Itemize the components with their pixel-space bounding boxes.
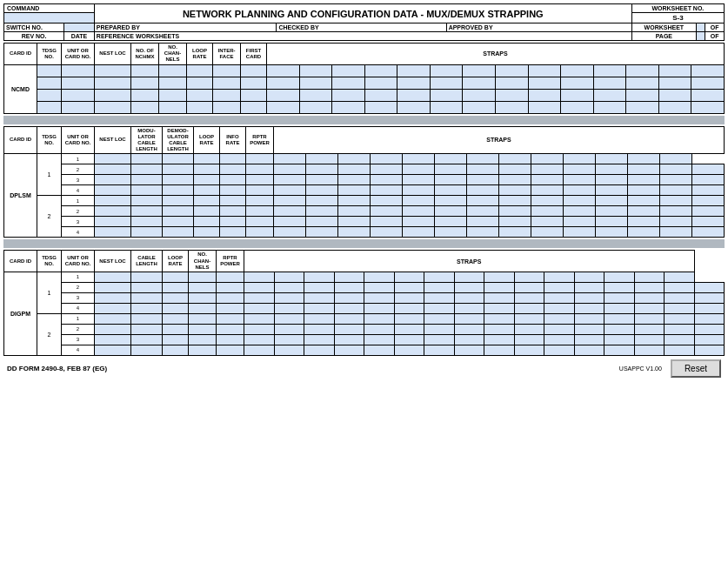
switch-no-value[interactable]	[64, 23, 95, 32]
digpm-col-channels: NO. CHAN-NELS	[189, 251, 217, 272]
dplsm-g2-r1-num: 1	[62, 196, 95, 206]
ncmd-strap-cell[interactable]	[397, 64, 431, 77]
digpm-table: CARD ID TDSG NO. UNIT OR CARD NO. NEST L…	[3, 250, 725, 356]
digpm-g2-r4: 4	[4, 345, 725, 355]
dplsm-header-row: CARD ID TDSG NO. UNIT OR CARD NO. NEST L…	[4, 126, 725, 154]
page-label: PAGE	[631, 32, 696, 41]
dplsm-label: DPLSM	[4, 154, 37, 238]
dplsm-g2-r2-num: 2	[62, 206, 95, 217]
main-table: COMMAND NETWORK PLANNING AND CONFIGURATI…	[3, 3, 725, 41]
dplsm-col-tdsg: TDSG NO.	[37, 126, 62, 154]
page: COMMAND NETWORK PLANNING AND CONFIGURATI…	[0, 0, 728, 570]
dplsm-col-loop: LOOP RATE	[194, 126, 220, 154]
dplsm-g1-r2: 2	[4, 164, 725, 175]
of-label-2: OF	[705, 32, 725, 41]
dplsm-g2-num: 2	[37, 196, 62, 238]
ncmd-row-2	[4, 77, 725, 89]
ncmd-strap-cell[interactable]	[528, 64, 561, 77]
worksheet-no-label: WORKSHEET NO.	[631, 4, 724, 13]
ncmd-data-cell[interactable]	[241, 64, 267, 77]
dplsm-g2-r1: 2 1	[4, 196, 725, 206]
digpm-col-straps: STRAPS	[244, 251, 695, 272]
worksheet-label: WORKSHEET	[631, 23, 696, 32]
ncmd-data-cell[interactable]	[95, 64, 131, 77]
ncmd-strap-cell[interactable]	[658, 64, 691, 77]
digpm-g1-r4: 4	[4, 303, 725, 313]
ncmd-col-nchmx: NO. OF NCHMX	[131, 44, 159, 65]
ncmd-strap-cell[interactable]	[430, 64, 463, 77]
dplsm-col-demod: DEMOD-ULATOR CABLE LENGTH	[163, 126, 194, 154]
ncmd-row-3	[4, 89, 725, 101]
main-title: NETWORK PLANNING AND CONFIGURATION DATA …	[94, 4, 631, 23]
switch-no-label: SWITCH NO.	[4, 23, 64, 32]
dplsm-g1-r1-num: 1	[62, 154, 95, 164]
dplsm-g2-r3: 3	[4, 217, 725, 227]
ncmd-col-loop: LOOP RATE	[187, 44, 213, 65]
ncmd-strap-cell[interactable]	[332, 64, 365, 77]
dplsm-g2-r4-num: 4	[62, 227, 95, 238]
dplsm-g1-num: 1	[37, 154, 62, 196]
ncmd-row-label: NCMD	[4, 64, 37, 113]
ncmd-table: CARD ID TDSG NO. UNIT OR CARD NO. NEST L…	[3, 43, 725, 114]
dplsm-col-info: INFO RATE	[220, 126, 246, 154]
version-label: USAPPC V1.00	[619, 365, 662, 372]
reset-button[interactable]: Reset	[671, 359, 721, 378]
dplsm-g1-r3: 3	[4, 175, 725, 185]
ncmd-col-channels: NO. CHAN-NELS	[159, 44, 187, 65]
command-value[interactable]	[4, 13, 95, 23]
ncmd-strap-cell[interactable]	[364, 64, 397, 77]
digpm-g2-r4-num: 4	[62, 345, 95, 355]
checked-by-label: CHECKED BY	[277, 23, 446, 32]
digpm-g1-r3-num: 3	[62, 292, 95, 303]
digpm-g1-r2-num: 2	[62, 282, 95, 292]
ncmd-label-row: NCMD	[4, 64, 725, 77]
header-row-3: SWITCH NO. PREPARED BY CHECKED BY APPROV…	[4, 23, 725, 32]
digpm-g1-r4-num: 4	[62, 303, 95, 313]
ncmd-col-tdsg: TDSG NO.	[37, 44, 62, 65]
ncmd-data-cell[interactable]	[213, 64, 241, 77]
ncmd-strap-cell[interactable]	[691, 64, 725, 77]
dplsm-g1-r1: DPLSM 1 1	[4, 154, 725, 164]
digpm-col-nest: NEST LOC	[95, 251, 131, 272]
digpm-g2-r3-num: 3	[62, 334, 95, 345]
dplsm-g1-r4: 4	[4, 185, 725, 196]
dplsm-g1-r2-num: 2	[62, 164, 95, 175]
ncmd-data-cell[interactable]	[131, 64, 159, 77]
worksheet-value[interactable]	[697, 23, 705, 32]
ncmd-strap-cell[interactable]	[561, 64, 594, 77]
ncmd-col-card-id: CARD ID	[4, 44, 37, 65]
ncmd-data-cell[interactable]	[187, 64, 213, 77]
digpm-g1-r1: DIGPM 1 1	[4, 272, 725, 282]
ncmd-strap-cell[interactable]	[626, 64, 659, 77]
reference-worksheets-label: REFERENCE WORKSHEETS	[94, 32, 631, 41]
ncmd-data-cell[interactable]	[62, 64, 95, 77]
ncmd-strap-cell[interactable]	[267, 64, 300, 77]
digpm-label: DIGPM	[4, 272, 37, 355]
dplsm-g1-r4-num: 4	[62, 185, 95, 196]
ncmd-header-row: CARD ID TDSG NO. UNIT OR CARD NO. NEST L…	[4, 44, 725, 65]
ncmd-data-cell[interactable]	[37, 64, 62, 77]
ncmd-strap-cell[interactable]	[495, 64, 528, 77]
ncmd-col-unit: UNIT OR CARD NO.	[62, 44, 95, 65]
header-row-1: COMMAND NETWORK PLANNING AND CONFIGURATI…	[4, 4, 725, 13]
digpm-g1-num: 1	[37, 272, 62, 313]
ncmd-row-4	[4, 101, 725, 113]
form-label: DD FORM 2490-8, FEB 87 (EG)	[7, 365, 107, 372]
digpm-g2-num: 2	[37, 313, 62, 355]
ncmd-strap-cell[interactable]	[463, 64, 496, 77]
dplsm-table: CARD ID TDSG NO. UNIT OR CARD NO. NEST L…	[3, 126, 725, 238]
ncmd-strap-cell[interactable]	[299, 64, 332, 77]
digpm-col-tdsg: TDSG NO.	[37, 251, 62, 272]
dplsm-g2-r4: 4	[4, 227, 725, 238]
dplsm-g2-r3-num: 3	[62, 217, 95, 227]
worksheet-no-value: S-3	[631, 13, 724, 23]
page-value[interactable]	[697, 32, 705, 41]
digpm-col-unit: UNIT OR CARD NO.	[62, 251, 95, 272]
digpm-g2-r1: 2 1	[4, 313, 725, 324]
divider-1	[3, 116, 725, 124]
ncmd-data-cell[interactable]	[159, 64, 187, 77]
digpm-g1-r2: 2	[4, 282, 725, 292]
dplsm-col-card-id: CARD ID	[4, 126, 37, 154]
ncmd-strap-cell[interactable]	[593, 64, 626, 77]
date-label: DATE	[64, 32, 95, 41]
